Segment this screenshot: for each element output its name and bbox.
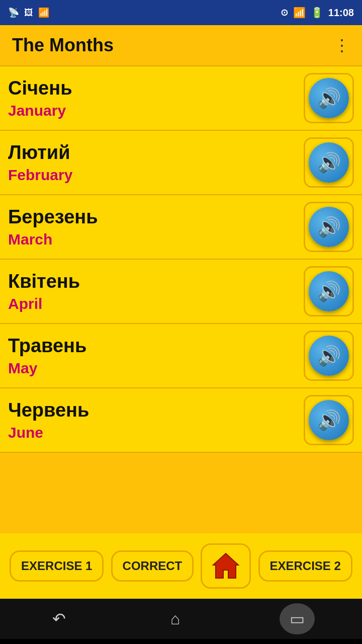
speaker-icon-4: 🔊 (317, 345, 341, 367)
speaker-button-1[interactable]: 🔊 (304, 137, 354, 188)
speaker-button-5[interactable]: 🔊 (304, 395, 354, 445)
month-english-2: March (8, 231, 304, 248)
month-list-item: Лютий February 🔊 (0, 131, 362, 195)
speaker-button-4[interactable]: 🔊 (304, 331, 354, 381)
battery-icon: 🔋 (311, 7, 323, 19)
month-list-item: Січень January 🔊 (0, 66, 362, 131)
page-title: The Months (12, 35, 114, 56)
empty-area (0, 463, 362, 533)
speaker-button-0[interactable]: 🔊 (304, 73, 354, 123)
month-native-0: Січень (8, 77, 304, 100)
month-native-1: Лютий (8, 141, 304, 165)
month-english-5: June (8, 424, 304, 441)
month-list-item: Травень May 🔊 (0, 324, 362, 388)
status-bar: 📡 🖼 📶 ⊙ 📶 🔋 11:08 (0, 0, 362, 25)
month-text-3: Квітень April (8, 270, 304, 312)
svg-marker-0 (213, 553, 238, 578)
speaker-circle-1: 🔊 (309, 142, 349, 183)
month-text-0: Січень January (8, 77, 304, 119)
month-english-4: May (8, 360, 304, 377)
speaker-icon-2: 🔊 (317, 216, 341, 238)
time-display: 11:08 (328, 7, 354, 19)
app-header: The Months ⋮ (0, 25, 362, 65)
status-left-icons: 📡 🖼 📶 (8, 7, 49, 18)
more-options-button[interactable]: ⋮ (334, 36, 350, 55)
exercise2-button[interactable]: EXERCISE 2 (258, 550, 352, 582)
speaker-circle-3: 🔊 (309, 271, 349, 311)
image-icon: 🖼 (24, 8, 33, 18)
status-right-icons: ⊙ 📶 🔋 11:08 (281, 7, 354, 19)
recents-button[interactable]: ▭ (280, 603, 315, 634)
month-english-0: January (8, 102, 304, 119)
month-text-1: Лютий February (8, 141, 304, 184)
home-nav-button[interactable]: ⌂ (165, 605, 185, 633)
month-native-2: Березень (8, 206, 304, 229)
month-native-4: Травень (8, 335, 304, 358)
speaker-icon-0: 🔊 (317, 87, 341, 109)
broadcast-icon: 📡 (8, 7, 19, 18)
cast-icon: ⊙ (281, 7, 288, 18)
speaker-icon-1: 🔊 (317, 151, 341, 174)
signal-icon: 📶 (293, 7, 306, 19)
exercise1-button[interactable]: EXERCISE 1 (10, 550, 104, 582)
speaker-icon-5: 🔊 (317, 409, 341, 431)
month-list-item: Червень June 🔊 (0, 388, 362, 453)
month-list-item: Квітень April 🔊 (0, 260, 362, 324)
month-native-5: Червень (8, 399, 304, 422)
speaker-circle-5: 🔊 (309, 400, 349, 440)
home-button[interactable] (201, 543, 251, 589)
home-icon (211, 551, 241, 581)
bottom-toolbar: EXERCISE 1 CORRECT EXERCISE 2 (0, 533, 362, 599)
month-english-3: April (8, 295, 304, 312)
speaker-circle-0: 🔊 (309, 78, 349, 118)
month-english-1: February (8, 167, 304, 184)
month-text-5: Червень June (8, 399, 304, 441)
months-list: Січень January 🔊 Лютий February 🔊 Березе… (0, 65, 362, 463)
month-native-3: Квітень (8, 270, 304, 293)
speaker-circle-4: 🔊 (309, 336, 349, 376)
speaker-button-2[interactable]: 🔊 (304, 202, 354, 252)
wifi-icon: 📶 (38, 7, 49, 18)
month-text-4: Травень May (8, 335, 304, 377)
speaker-button-3[interactable]: 🔊 (304, 266, 354, 316)
correct-button[interactable]: CORRECT (111, 550, 194, 582)
month-text-2: Березень March (8, 206, 304, 248)
month-list-item: Березень March 🔊 (0, 195, 362, 260)
system-nav-bar: ↶ ⌂ ▭ (0, 599, 362, 639)
speaker-icon-3: 🔊 (317, 280, 341, 302)
back-button[interactable]: ↶ (47, 604, 71, 633)
speaker-circle-2: 🔊 (309, 207, 349, 247)
